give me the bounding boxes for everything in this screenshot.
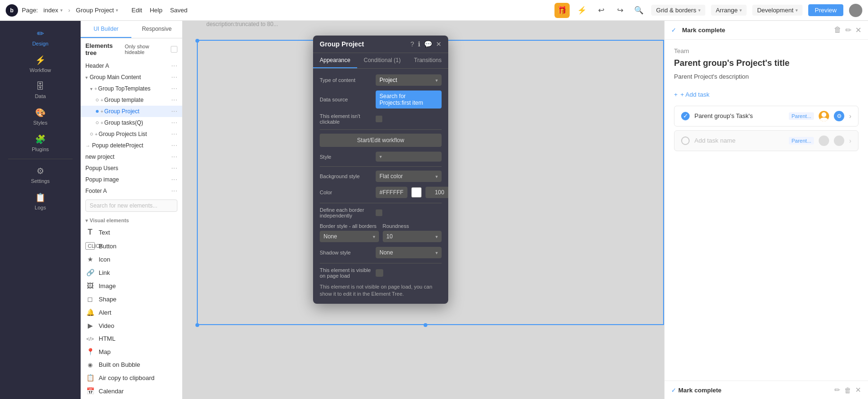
help-button[interactable]: Help xyxy=(150,7,163,14)
sidebar-item-data[interactable]: 🗄 Data xyxy=(0,78,81,103)
visual-item-air-copy[interactable]: 📋 Air copy to clipboard xyxy=(81,371,182,384)
bg-chevron-icon: ▾ xyxy=(435,174,438,179)
visual-item-icon[interactable]: ★ Icon xyxy=(81,253,182,266)
modal-header: Group Project ? ℹ 💬 ✕ xyxy=(313,36,448,53)
sidebar-item-workflow[interactable]: ⚡ Workflow xyxy=(0,51,81,77)
type-of-content-label: Type of content xyxy=(320,77,372,83)
group-project-label: Group Project xyxy=(104,108,139,115)
data-source-value[interactable]: Search for Projects:first item xyxy=(376,91,442,109)
redo-button[interactable]: ↪ xyxy=(613,4,627,17)
sidebar-item-design[interactable]: ✏ Design xyxy=(0,25,81,50)
sidebar-item-plugins[interactable]: 🧩 Plugins xyxy=(0,130,81,156)
visual-item-alert[interactable]: 🔔 Alert xyxy=(81,306,182,319)
tab-responsive[interactable]: Responsive xyxy=(131,21,182,38)
project-description: Parent Project's description xyxy=(674,72,859,82)
visual-item-html[interactable]: </> HTML xyxy=(81,332,182,345)
color-swatch[interactable] xyxy=(411,187,422,198)
roundness-input[interactable]: 10 ▾ xyxy=(383,231,442,242)
undo-button[interactable]: ↩ xyxy=(594,4,608,17)
rp-footer-delete-icon[interactable]: 🗑 xyxy=(844,386,851,394)
modal-info-icon[interactable]: ℹ xyxy=(418,40,420,48)
visual-item-link[interactable]: 🔗 Link xyxy=(81,266,182,279)
gift-button[interactable]: 🎁 xyxy=(554,3,570,18)
tree-item-group-template[interactable]: + Group template ··· xyxy=(81,94,182,106)
search-button[interactable]: 🔍 xyxy=(632,4,646,17)
visible-checkbox[interactable] xyxy=(376,269,383,277)
modal-close-icon[interactable]: ✕ xyxy=(436,40,442,48)
visual-item-shape[interactable]: ◻ Shape xyxy=(81,292,182,306)
visual-item-image[interactable]: 🖼 Image xyxy=(81,279,182,292)
tree-item-group-project[interactable]: + Group Project ··· xyxy=(81,106,182,117)
tree-item-group-projects-list[interactable]: + Group Projects List ··· xyxy=(81,128,182,140)
visual-item-built-on-bubble[interactable]: ◉ Built on Bubble xyxy=(81,358,182,371)
tree-item-group-tasks[interactable]: + Group tasks(Q) ··· xyxy=(81,117,182,128)
arrange-dropdown[interactable]: Arrange ▾ xyxy=(711,5,747,16)
search-elements-input[interactable]: Search for new elements... xyxy=(85,200,177,212)
calendar-label: Calendar xyxy=(99,388,124,395)
opacity-input[interactable]: 100 xyxy=(425,187,448,198)
not-clickable-checkbox[interactable] xyxy=(376,116,382,122)
tree-item-group-toptemplates[interactable]: ▾ + Group TopTemplates ··· xyxy=(81,83,182,94)
visual-item-map[interactable]: 📍 Map xyxy=(81,345,182,358)
right-panel-delete-icon[interactable]: 🗑 xyxy=(834,26,841,35)
sidebar-item-styles[interactable]: 🎨 Styles xyxy=(0,104,81,129)
border-style-dropdown[interactable]: None ▾ xyxy=(320,231,379,242)
tree-item-footer-a[interactable]: Footer A ··· xyxy=(81,185,182,197)
task-arrow-1[interactable]: › xyxy=(849,112,851,120)
grid-borders-dropdown[interactable]: Grid & borders ▾ xyxy=(651,5,705,16)
visual-item-calendar[interactable]: 📅 Calendar xyxy=(81,384,182,398)
tree-title: Elements tree xyxy=(85,42,125,56)
add-task-gear[interactable] xyxy=(834,136,844,146)
tree-item-new-project[interactable]: new project ··· xyxy=(81,151,182,163)
modal-tab-appearance[interactable]: Appearance xyxy=(313,53,357,68)
page-selector[interactable]: Page: index ▾ xyxy=(22,7,63,14)
tree-item-popup-delete[interactable]: → Popup deleteProject ··· xyxy=(81,140,182,151)
sidebar-label-logs: Logs xyxy=(35,205,46,210)
user-avatar[interactable] xyxy=(849,4,862,17)
grid-chevron-icon: ▾ xyxy=(698,8,701,13)
lightning-icon-btn[interactable]: ⚡ xyxy=(575,4,589,17)
group-selector[interactable]: Group Project ▾ xyxy=(76,7,118,14)
rp-footer-edit-icon[interactable]: ✏ xyxy=(834,386,840,394)
arrange-chevron-icon: ▾ xyxy=(739,8,742,13)
style-dropdown[interactable]: ▾ xyxy=(376,152,442,162)
tab-ui-builder[interactable]: UI Builder xyxy=(81,21,131,38)
data-source-label: Data source xyxy=(320,97,372,102)
bg-style-dropdown[interactable]: Flat color ▾ xyxy=(376,171,442,182)
border-independent-checkbox[interactable] xyxy=(376,209,382,216)
footer-a-label: Footer A xyxy=(85,188,107,194)
modal-chat-icon[interactable]: 💬 xyxy=(424,40,432,48)
color-hex-input[interactable]: #FFFFFF xyxy=(376,187,407,198)
modal-tab-transitions[interactable]: Transitions xyxy=(407,53,448,68)
modal-tab-conditional[interactable]: Conditional (1) xyxy=(357,53,407,68)
rp-footer-close-icon[interactable]: ✕ xyxy=(855,386,861,394)
add-task-input-row[interactable]: Add task name Parent... › xyxy=(674,130,859,151)
only-show-hideable-toggle[interactable]: Only show hideable xyxy=(125,44,177,55)
sidebar-item-settings[interactable]: ⚙ Settings xyxy=(0,162,81,188)
type-of-content-dropdown[interactable]: Project ▾ xyxy=(376,74,442,86)
edit-button[interactable]: Edit xyxy=(131,7,142,14)
task-row-1[interactable]: ✓ Parent group's Task's Parent... ⚙ › xyxy=(674,106,859,127)
tree-item-header-a[interactable]: Header A ··· xyxy=(81,60,182,72)
add-task-button[interactable]: + + Add task xyxy=(674,91,859,98)
development-dropdown[interactable]: Development ▾ xyxy=(752,5,803,16)
right-panel-edit-icon[interactable]: ✏ xyxy=(845,26,851,35)
add-task-badge: Parent... xyxy=(789,137,814,145)
visual-item-text[interactable]: T Text xyxy=(81,225,182,239)
hideable-checkbox[interactable] xyxy=(171,46,177,53)
right-panel-close-icon[interactable]: ✕ xyxy=(855,26,861,35)
add-task-more[interactable]: › xyxy=(849,137,851,145)
modal-help-icon[interactable]: ? xyxy=(410,40,414,48)
workflow-btn[interactable]: Start/Edit workflow xyxy=(320,134,442,147)
task-gear-1[interactable]: ⚙ xyxy=(834,111,844,121)
visual-item-button[interactable]: CLICK Button xyxy=(81,239,182,253)
visual-item-video[interactable]: ▶ Video xyxy=(81,319,182,332)
task-check-icon[interactable]: ✓ xyxy=(681,112,690,120)
shadow-dropdown[interactable]: None ▾ xyxy=(376,247,442,258)
tree-item-group-main-content[interactable]: ▾ Group Main Content ··· xyxy=(81,72,182,83)
preview-button[interactable]: Preview xyxy=(808,4,843,16)
task-check-empty[interactable] xyxy=(681,136,690,145)
tree-item-popup-image[interactable]: Popup image ··· xyxy=(81,174,182,185)
sidebar-item-logs[interactable]: 📋 Logs xyxy=(0,189,81,214)
tree-item-popup-users[interactable]: Popup Users ··· xyxy=(81,163,182,174)
